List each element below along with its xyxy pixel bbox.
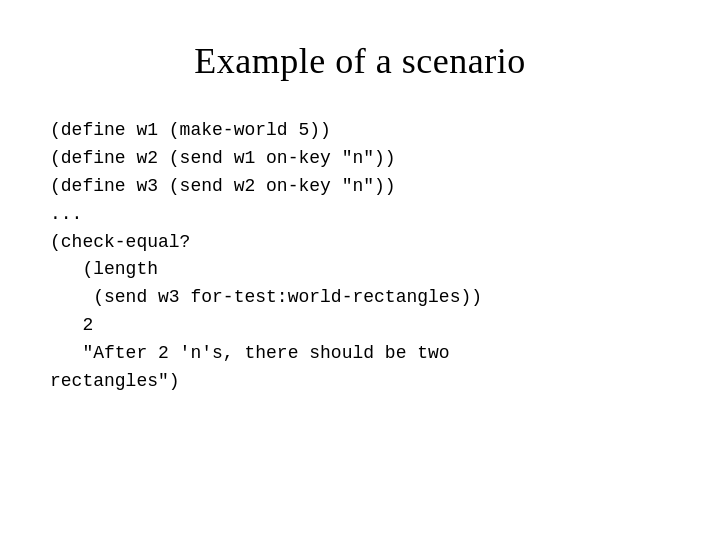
code-block: (define w1 (make-world 5)) (define w2 (s…	[50, 117, 670, 396]
slide-container: Example of a scenario (define w1 (make-w…	[0, 0, 720, 540]
slide-title: Example of a scenario	[50, 40, 670, 82]
